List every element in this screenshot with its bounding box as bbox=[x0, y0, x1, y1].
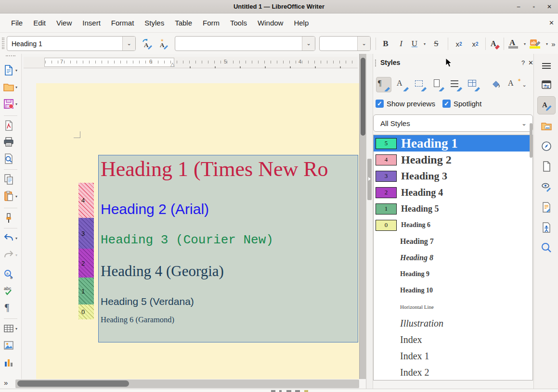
sidebar-tab-style-inspector[interactable] bbox=[540, 181, 553, 193]
list-styles-tab[interactable] bbox=[448, 77, 464, 92]
selected-text-block[interactable]: Heading 1 (Times New Ro Heading 2 (Arial… bbox=[98, 155, 358, 342]
subscript-button[interactable]: x2 bbox=[468, 37, 482, 51]
style-row-index-1[interactable]: Index 1 bbox=[374, 348, 532, 364]
paragraph-style-combobox[interactable]: Heading 1 ⌄ bbox=[7, 36, 136, 51]
menu-table[interactable]: Table bbox=[169, 17, 197, 29]
insert-chart-button[interactable] bbox=[3, 355, 19, 370]
paragraph-styles-tab[interactable]: ¶ bbox=[376, 77, 391, 92]
heading1-paragraph[interactable]: Heading 1 (Times New Ro bbox=[101, 158, 328, 180]
menu-format[interactable]: Format bbox=[106, 17, 140, 29]
font-size-combobox[interactable]: ⌄ bbox=[319, 36, 371, 51]
update-style-button[interactable]: A bbox=[140, 37, 154, 51]
fill-format-mode-button[interactable] bbox=[489, 77, 504, 92]
panel-close-button[interactable]: ✕ bbox=[528, 59, 533, 66]
sidebar-tab-gallery[interactable] bbox=[540, 120, 553, 132]
copy-button[interactable] bbox=[3, 172, 19, 187]
styles-list-scrollbar-thumb[interactable] bbox=[530, 123, 532, 158]
find-replace-button[interactable]: ad bbox=[3, 267, 19, 281]
heading2-paragraph[interactable]: Heading 2 (Arial) bbox=[101, 202, 209, 217]
strikethrough-button[interactable]: S bbox=[430, 37, 442, 51]
style-row-heading-5[interactable]: 1 Heading 5 bbox=[374, 201, 532, 217]
horizontal-ruler[interactable]: 7 6 5 4 △ bbox=[24, 57, 358, 68]
dropdown-arrow[interactable]: ▾ bbox=[15, 85, 17, 89]
show-previews-checkbox[interactable]: ✓ Show previews bbox=[376, 100, 435, 108]
style-row-heading-4[interactable]: 2 Heading 4 bbox=[374, 184, 532, 201]
sidebar-tab-manage-changes[interactable] bbox=[540, 201, 553, 214]
clear-formatting-button[interactable]: A bbox=[488, 37, 502, 51]
paragraph-style-dropdown[interactable]: ⌄ bbox=[122, 37, 135, 51]
style-row-index-2[interactable]: Index 2 bbox=[374, 364, 532, 380]
save-button[interactable]: ▾ bbox=[3, 97, 19, 111]
style-filter-select[interactable]: All Styles ⌄ bbox=[373, 114, 533, 132]
splitter-grip[interactable] bbox=[367, 159, 372, 200]
redo-button[interactable]: ▾ bbox=[3, 248, 19, 262]
menu-insert[interactable]: Insert bbox=[77, 17, 106, 29]
toolbar-grip[interactable] bbox=[6, 55, 15, 57]
new-style-dropdown[interactable]: ⌄ bbox=[520, 77, 529, 92]
new-style-from-selection-button[interactable]: A✶ bbox=[506, 77, 521, 92]
menu-tools[interactable]: Tools bbox=[225, 17, 252, 29]
menu-styles[interactable]: Styles bbox=[139, 17, 169, 29]
sidebar-tab-styles[interactable]: A bbox=[540, 99, 553, 112]
italic-button[interactable]: I bbox=[396, 37, 406, 51]
spotlight-checkbox[interactable]: ✓ Spotlight bbox=[442, 100, 481, 108]
font-color-dropdown[interactable]: ▾ bbox=[522, 37, 528, 51]
dropdown-arrow[interactable]: ▾ bbox=[15, 236, 17, 240]
horizontal-scrollbar[interactable] bbox=[15, 379, 359, 388]
open-file-button[interactable]: ▾ bbox=[3, 80, 19, 94]
menu-help[interactable]: Help bbox=[288, 17, 314, 29]
print-preview-button[interactable] bbox=[3, 152, 19, 166]
font-name-combobox[interactable]: ⌄ bbox=[175, 36, 315, 51]
font-size-dropdown[interactable]: ⌄ bbox=[357, 37, 370, 51]
frame-styles-tab[interactable] bbox=[413, 77, 428, 92]
highlight-color-button[interactable]: ab bbox=[528, 37, 542, 51]
style-row-heading-6[interactable]: 0 Heading 6 bbox=[374, 217, 532, 233]
panel-grip[interactable] bbox=[375, 60, 376, 66]
heading6-paragraph[interactable]: Heading 6 (Garamond) bbox=[101, 316, 174, 324]
superscript-button[interactable]: x2 bbox=[452, 37, 466, 51]
clone-formatting-button[interactable] bbox=[3, 211, 19, 225]
sidebar-tab-navigator[interactable] bbox=[540, 140, 553, 152]
panel-help-button[interactable]: ? bbox=[521, 59, 525, 66]
font-color-button[interactable]: A bbox=[506, 37, 520, 51]
dropdown-arrow[interactable]: ▾ bbox=[15, 194, 17, 199]
left-toolbar-overflow-button[interactable]: » bbox=[4, 379, 7, 387]
minimize-button[interactable]: – bbox=[515, 3, 522, 10]
character-styles-tab[interactable]: A bbox=[395, 77, 410, 92]
dropdown-arrow[interactable]: ▾ bbox=[15, 327, 17, 331]
insert-image-button[interactable] bbox=[3, 338, 19, 353]
new-document-button[interactable]: ▾ bbox=[3, 63, 19, 77]
toolbar-overflow-button[interactable]: » bbox=[549, 37, 558, 51]
vertical-scrollbar-thumb[interactable] bbox=[361, 58, 365, 136]
table-styles-tab[interactable] bbox=[466, 77, 481, 92]
style-row-heading-2[interactable]: 4 Heading 2 bbox=[374, 152, 532, 168]
underline-button[interactable]: U bbox=[409, 37, 420, 51]
sidebar-tab-properties[interactable] bbox=[540, 78, 553, 91]
style-row-heading-3[interactable]: 3 Heading 3 bbox=[374, 168, 532, 184]
horizontal-scrollbar-thumb[interactable] bbox=[17, 380, 129, 387]
style-row-illustration[interactable]: Illustration bbox=[374, 315, 532, 331]
menu-file[interactable]: File bbox=[6, 17, 28, 29]
export-pdf-button[interactable] bbox=[3, 118, 19, 133]
font-name-dropdown[interactable]: ⌄ bbox=[302, 37, 315, 51]
menu-window[interactable]: Window bbox=[252, 17, 288, 29]
insert-table-button[interactable]: ▾ bbox=[3, 321, 19, 336]
document-close-icon[interactable]: ✕ bbox=[549, 19, 554, 26]
style-row-heading-8[interactable]: Heading 8 bbox=[374, 250, 532, 266]
menu-edit[interactable]: Edit bbox=[28, 17, 51, 29]
underline-dropdown[interactable]: ▾ bbox=[422, 37, 428, 51]
sidebar-tab-page[interactable] bbox=[540, 160, 553, 173]
style-row-heading-10[interactable]: Heading 10 bbox=[374, 282, 532, 299]
undo-button[interactable]: ▾ bbox=[3, 231, 19, 245]
new-style-button[interactable]: ✶ A bbox=[156, 37, 170, 51]
maximize-button[interactable]: ▫ bbox=[530, 3, 538, 10]
print-button[interactable] bbox=[3, 135, 19, 149]
spelling-button[interactable]: abc bbox=[3, 283, 19, 298]
style-row-horizontal-line[interactable]: Horizontal Line bbox=[374, 299, 532, 315]
dropdown-arrow[interactable]: ▾ bbox=[15, 68, 17, 73]
paste-button[interactable]: ▾ bbox=[3, 189, 19, 203]
vertical-scrollbar[interactable] bbox=[359, 54, 366, 379]
style-row-heading-7[interactable]: Heading 7 bbox=[374, 233, 532, 250]
bold-button[interactable]: B bbox=[379, 37, 392, 51]
dropdown-arrow[interactable]: ▾ bbox=[15, 102, 17, 106]
